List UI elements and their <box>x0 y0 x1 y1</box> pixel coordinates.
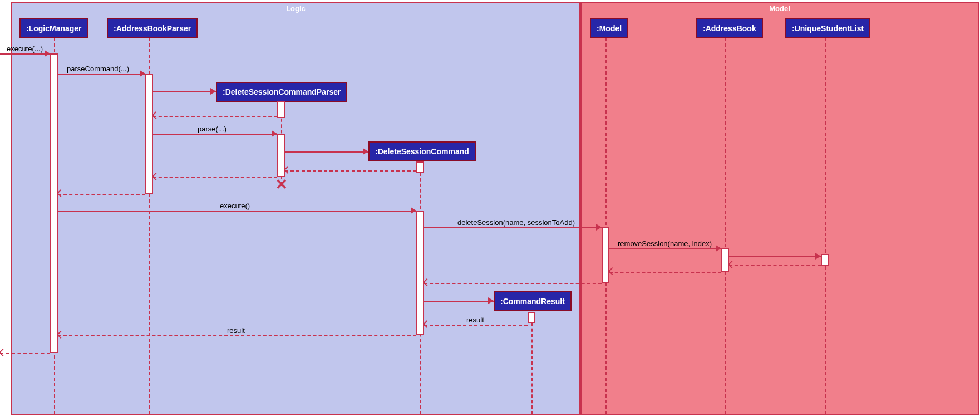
lifeline-uniquestudentlist <box>825 38 826 414</box>
lifeline-addressbook <box>725 38 726 414</box>
participant-deletesessioncommand: :DeleteSessionCommand <box>368 141 476 161</box>
label-parse: parse(...) <box>198 125 226 133</box>
label-removesession: removeSession(name, index) <box>618 239 712 248</box>
arrowhead-deletesession <box>596 224 602 231</box>
activation-commandresult <box>528 312 535 323</box>
activation-addressbook <box>721 248 729 272</box>
participant-commandresult: :CommandResult <box>494 291 572 311</box>
arrow-return-dscp <box>153 116 277 117</box>
sequence-diagram: Logic Model :LogicManager :AddressBookPa… <box>0 0 980 416</box>
activation-dscp-1 <box>277 101 285 118</box>
destroy-dscp: ✕ <box>275 176 288 193</box>
arrow-return-model <box>424 283 602 284</box>
logic-region-title: Logic <box>12 4 579 13</box>
participant-uniquestudentlist: :UniqueStudentList <box>785 18 870 38</box>
activation-dscp-2 <box>277 134 285 177</box>
arrow-create-dscp <box>153 91 216 92</box>
arrow-return-dsc-lm <box>58 335 416 336</box>
arrow-return-ab <box>609 272 721 273</box>
lifeline-commandresult <box>531 312 533 414</box>
model-region-title: Model <box>582 4 978 13</box>
arrow-return-usl <box>729 265 821 266</box>
activation-logicmanager <box>50 53 58 353</box>
arrowhead-create-dscp <box>210 88 216 95</box>
arrow-create-cr <box>424 301 494 302</box>
arrow-deletesession <box>424 227 602 228</box>
participant-logicmanager: :LogicManager <box>19 18 88 38</box>
activation-dsc-2 <box>416 211 424 335</box>
model-region: Model <box>580 2 979 415</box>
participant-deletesessioncommandparser: :DeleteSessionCommandParser <box>216 82 347 102</box>
participant-addressbookparser: :AddressBookParser <box>107 18 198 38</box>
arrowhead-parsecommand <box>140 70 145 77</box>
arrow-return-dsc <box>285 170 416 172</box>
label-execute-in: execute(...) <box>7 45 43 53</box>
arrowhead-return-out <box>0 349 7 356</box>
label-parsecommand: parseCommand(...) <box>67 65 129 73</box>
participant-addressbook: :AddressBook <box>696 18 763 38</box>
arrowhead-create-dsc <box>363 148 368 155</box>
arrowhead-execute <box>411 207 416 214</box>
arrow-to-usl <box>729 256 821 257</box>
arrowhead-create-cr <box>488 297 494 304</box>
label-result1: result <box>466 316 484 324</box>
arrow-return-out <box>0 353 50 354</box>
arrow-return-dscp2 <box>153 177 277 178</box>
arrow-create-dsc <box>285 151 368 153</box>
arrowhead-removesession <box>716 245 721 252</box>
activation-uniquestudentlist <box>821 254 829 266</box>
arrow-parse <box>153 134 277 135</box>
arrowhead-parse <box>272 130 277 137</box>
label-deletesession: deleteSession(name, sessionToAdd) <box>457 218 575 227</box>
arrow-parsecommand <box>58 74 145 75</box>
lifeline-model <box>605 38 607 414</box>
arrow-removesession <box>609 248 721 249</box>
label-execute: execute() <box>220 202 250 210</box>
arrow-return-abp <box>58 194 145 195</box>
participant-model: :Model <box>590 18 628 38</box>
arrow-execute-in <box>0 53 50 55</box>
arrowhead-to-usl <box>815 253 821 260</box>
arrow-execute <box>58 211 416 212</box>
arrow-return-cr <box>424 325 528 326</box>
arrowhead-execute-in <box>45 50 50 57</box>
activation-dsc-1 <box>416 161 424 173</box>
label-result2: result <box>227 326 245 335</box>
activation-model <box>602 227 609 283</box>
